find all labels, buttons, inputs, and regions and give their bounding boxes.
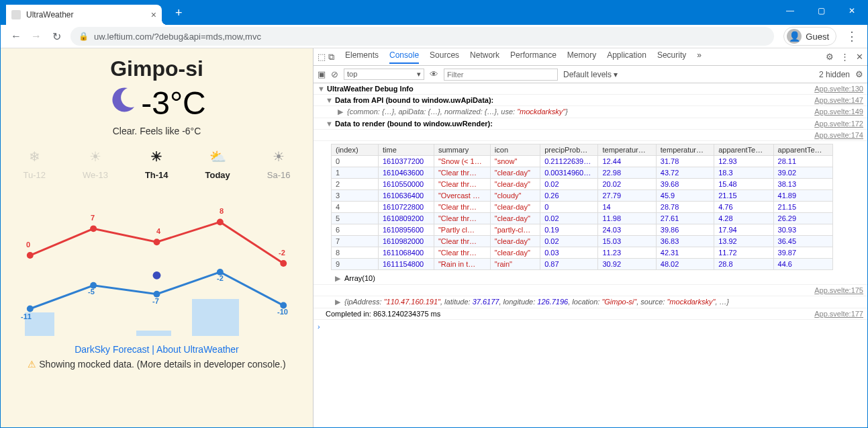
clear-icon[interactable]: ⊘	[331, 69, 338, 79]
table-cell: "Clear thr…	[434, 247, 490, 259]
location-title: Gimpo-si	[5, 56, 309, 81]
minimize-button[interactable]: —	[775, 1, 806, 21]
browser-tab[interactable]: UltraWeather ×	[6, 5, 162, 25]
table-cell: 13.92	[714, 236, 773, 247]
day-item[interactable]: ⛅Today	[205, 148, 230, 180]
day-item[interactable]: ☀Th-14	[145, 148, 168, 180]
console-object[interactable]: ▶{common: {…}, apiData: {…}, normalized:…	[314, 106, 867, 118]
low-label: -7	[152, 297, 159, 305]
play-icon[interactable]: ▣	[318, 69, 326, 79]
low-label: -2	[217, 274, 224, 282]
table-header[interactable]: (index)	[332, 144, 379, 156]
table-header[interactable]: temperatur…	[598, 144, 656, 156]
table-cell: 11.98	[598, 213, 656, 224]
table-cell: 9	[332, 259, 379, 270]
console-group[interactable]: ▼Data from API (bound to window.uwApiDat…	[314, 95, 867, 106]
table-cell: 4.28	[714, 213, 773, 224]
tab-more[interactable]: »	[697, 50, 702, 64]
device-icon[interactable]: ⧉	[328, 52, 334, 62]
filter-input[interactable]	[444, 69, 558, 81]
table-cell: 28.78	[656, 202, 714, 213]
table-cell: 36.83	[656, 236, 714, 247]
console-prompt[interactable]: ›	[314, 320, 867, 333]
console-message: Completed in: 863.1240234375 msApp.svelt…	[314, 308, 867, 320]
maximize-button[interactable]: ▢	[806, 1, 836, 21]
tab-elements[interactable]: Elements	[345, 50, 379, 64]
table-cell: "clear-day"	[490, 202, 540, 213]
day-label: Sa-16	[267, 170, 291, 180]
gear-icon[interactable]: ⚙	[855, 69, 863, 79]
console-object[interactable]: ▶{ipAddress: "110.47.160.191", latitude:…	[314, 296, 867, 308]
day-item[interactable]: ❄Tu-12	[23, 148, 45, 180]
tab-performance[interactable]: Performance	[510, 50, 557, 64]
darksky-link[interactable]: DarkSky Forecast	[75, 344, 149, 355]
console-array[interactable]: ▶Array(10)	[314, 273, 867, 285]
levels-select[interactable]: Default levels ▾	[563, 70, 618, 79]
table-cell: 1610809200	[379, 213, 434, 224]
forward-button[interactable]: →	[26, 26, 46, 46]
day-item[interactable]: ☀We-13	[83, 148, 108, 180]
menu-icon[interactable]: ⋮	[840, 52, 849, 62]
browser-menu-button[interactable]: ⋮	[842, 29, 862, 44]
table-cell: 0.02	[540, 179, 598, 190]
table-header[interactable]: summary	[434, 144, 490, 156]
new-tab-button[interactable]: +	[175, 6, 183, 20]
table-row[interactable]: 91611154800"Rain in t…"rain"0.8730.9248.…	[332, 259, 833, 270]
table-row[interactable]: 71610982000"Clear thr…"clear-day"0.0215.…	[332, 236, 833, 247]
day-item[interactable]: ☀Sa-16	[267, 148, 291, 180]
svg-point-2	[154, 239, 160, 245]
table-header[interactable]: precipProb…	[540, 144, 598, 156]
table-row[interactable]: 61610895600"Partly cl…"partly-cl…0.1924.…	[332, 224, 833, 236]
inspect-icon[interactable]: ⬚	[318, 52, 326, 62]
devtools-panel: ⬚ ⧉ Elements Console Sources Network Per…	[313, 48, 867, 427]
table-row[interactable]: 31610636400"Overcast …"cloudy"0.2627.794…	[332, 190, 833, 202]
table-cell: 30.92	[598, 259, 656, 270]
devtools-toolbar: ⬚ ⧉ Elements Console Sources Network Per…	[314, 48, 867, 66]
table-cell: 42.31	[656, 247, 714, 259]
eye-icon[interactable]: 👁	[430, 69, 438, 79]
close-icon[interactable]: ✕	[856, 52, 863, 62]
precip-bar	[192, 299, 239, 336]
tab-memory[interactable]: Memory	[567, 50, 596, 64]
table-row[interactable]: 21610550000"Clear thr…"clear-day"0.0220.…	[332, 179, 833, 190]
svg-point-10	[153, 271, 161, 280]
gear-icon[interactable]: ⚙	[826, 52, 834, 62]
profile-button[interactable]: 👤 Guest	[783, 27, 836, 46]
table-cell: "clear-day"	[490, 167, 540, 179]
warning-icon: ⚠	[28, 359, 36, 370]
table-header[interactable]: temperatur…	[656, 144, 714, 156]
table-row[interactable]: 41610722800"Clear thr…"clear-day"01428.7…	[332, 202, 833, 213]
tab-network[interactable]: Network	[470, 50, 499, 64]
snow-icon: ❄	[29, 148, 40, 167]
close-window-button[interactable]: ✕	[836, 1, 867, 21]
table-cell: 43.72	[656, 167, 714, 179]
table-header[interactable]: time	[379, 144, 434, 156]
table-cell: 17.94	[714, 224, 773, 236]
table-cell: 39.68	[656, 179, 714, 190]
console-group[interactable]: ▼UltraWeather Debug InfoApp.svelte:130	[314, 83, 867, 95]
tab-console[interactable]: Console	[389, 50, 419, 64]
table-row[interactable]: 11610463600"Clear thr…"clear-day"0.00314…	[332, 167, 833, 179]
table-header[interactable]: apparentTe…	[714, 144, 773, 156]
url-input[interactable]: 🔒 uw.leftium.com/?debug&api=mds,mow,mvc	[70, 27, 774, 46]
back-button[interactable]: ←	[6, 26, 26, 46]
address-bar: ← → ↻ 🔒 uw.leftium.com/?debug&api=mds,mo…	[1, 25, 867, 48]
reload-button[interactable]: ↻	[46, 26, 66, 46]
table-row[interactable]: 01610377200"Snow (< 1…"snow"0.21122639…1…	[332, 156, 833, 167]
table-cell: "Clear thr…	[434, 213, 490, 224]
table-row[interactable]: 51610809200"Clear thr…"clear-day"0.0211.…	[332, 213, 833, 224]
current-temp: -3°C	[141, 85, 206, 122]
close-icon[interactable]: ×	[151, 9, 156, 20]
svg-point-3	[217, 218, 224, 225]
hidden-count: 2 hidden	[819, 70, 850, 79]
tab-application[interactable]: Application	[607, 50, 646, 64]
table-header[interactable]: apparentTe…	[773, 144, 832, 156]
tab-security[interactable]: Security	[657, 50, 686, 64]
table-row[interactable]: 81611068400"Clear thr…"clear-day"0.0311.…	[332, 247, 833, 259]
table-cell: 0	[540, 202, 598, 213]
tab-sources[interactable]: Sources	[430, 50, 459, 64]
console-group[interactable]: ▼Data to render (bound to window.uwRende…	[314, 118, 867, 130]
about-link[interactable]: About UltraWeather	[156, 344, 239, 355]
table-header[interactable]: icon	[490, 144, 540, 156]
context-select[interactable]: top▾	[344, 69, 424, 80]
